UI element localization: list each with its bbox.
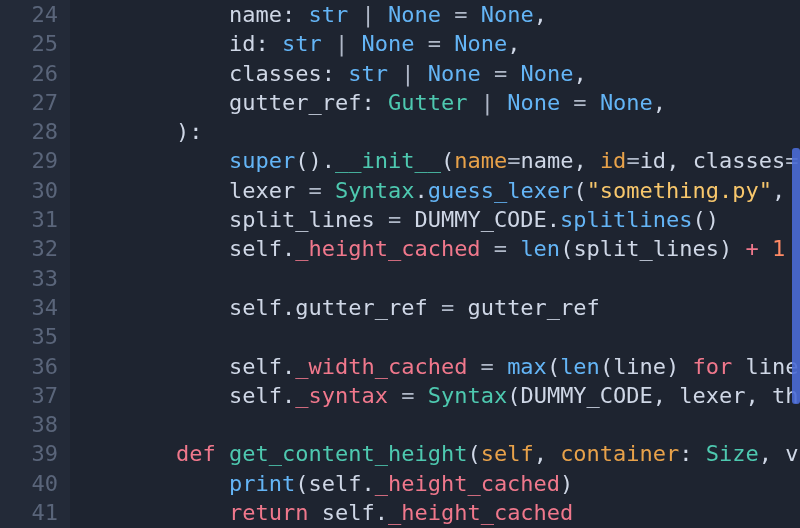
token: [759, 236, 772, 261]
code-line[interactable]: 37 self._syntax = Syntax(DUMMY_CODE, lex…: [0, 381, 800, 410]
code-line[interactable]: 31 split_lines = DUMMY_CODE.splitlines(): [0, 205, 800, 234]
token: |: [388, 61, 428, 86]
line-content[interactable]: name: str | None = None,: [70, 0, 800, 29]
line-content[interactable]: super().__init__(name=name, id=id, class…: [70, 146, 800, 175]
code-line[interactable]: 24 name: str | None = None,: [0, 0, 800, 29]
token: print: [229, 471, 295, 496]
token: self: [481, 441, 534, 466]
token: container: [560, 441, 679, 466]
token: "something.py": [587, 178, 772, 203]
line-content[interactable]: self._height_cached = len(split_lines) +…: [70, 234, 800, 263]
line-number: 28: [0, 117, 70, 146]
token: :: [255, 31, 282, 56]
token: .: [375, 500, 388, 525]
line-content[interactable]: self.gutter_ref = gutter_ref: [70, 293, 800, 322]
token: DUMMY_CODE: [414, 207, 546, 232]
token: _width_cached: [295, 354, 467, 379]
line-content[interactable]: gutter_ref: Gutter | None = None,: [70, 88, 800, 117]
code-line[interactable]: 34 self.gutter_ref = gutter_ref: [0, 293, 800, 322]
code-line[interactable]: 29 super().__init__(name=name, id=id, cl…: [0, 146, 800, 175]
code-line[interactable]: 41 return self._height_cached: [0, 498, 800, 527]
token: .: [282, 295, 295, 320]
token: None: [481, 2, 534, 27]
token: :: [679, 441, 706, 466]
line-content[interactable]: [70, 322, 800, 351]
token: max: [507, 354, 547, 379]
token: _syntax: [295, 383, 388, 408]
token: self: [229, 236, 282, 261]
token: ,: [653, 90, 666, 115]
scrollbar-thumb[interactable]: [792, 148, 800, 404]
line-content[interactable]: [70, 410, 800, 439]
token: =: [441, 2, 481, 27]
token: len: [520, 236, 560, 261]
token: gutter_ref: [229, 90, 361, 115]
token: +: [746, 236, 759, 261]
token: ): [560, 471, 573, 496]
token: (: [573, 178, 586, 203]
token: None: [600, 90, 653, 115]
line-number: 26: [0, 59, 70, 88]
code-line[interactable]: 40 print(self._height_cached): [0, 469, 800, 498]
token: id: [640, 148, 667, 173]
token: ,: [534, 2, 547, 27]
token: split_lines: [229, 207, 375, 232]
token: get_content_height: [229, 441, 467, 466]
line-content[interactable]: def get_content_height(self, container: …: [70, 439, 800, 468]
code-line[interactable]: 39 def get_content_height(self, containe…: [0, 439, 800, 468]
line-content[interactable]: classes: str | None = None,: [70, 59, 800, 88]
token: def: [176, 441, 216, 466]
code-line[interactable]: 36 self._width_cached = max(len(line) fo…: [0, 352, 800, 381]
token: ,: [573, 148, 600, 173]
code-line[interactable]: 30 lexer = Syntax.guess_lexer("something…: [0, 176, 800, 205]
token: ,: [534, 441, 561, 466]
line-content[interactable]: print(self._height_cached): [70, 469, 800, 498]
token: self: [229, 383, 282, 408]
token: None: [520, 61, 573, 86]
line-content[interactable]: id: str | None = None,: [70, 29, 800, 58]
line-content[interactable]: self._syntax = Syntax(DUMMY_CODE, lexer,…: [70, 381, 800, 410]
token: .: [361, 471, 374, 496]
token: lexer: [679, 383, 745, 408]
token: =: [481, 236, 521, 261]
token: gutter_ref: [467, 295, 599, 320]
code-line[interactable]: 35: [0, 322, 800, 351]
token: id: [600, 148, 627, 173]
line-number: 33: [0, 264, 70, 293]
code-line[interactable]: 33: [0, 264, 800, 293]
token: =: [560, 90, 600, 115]
token: =: [626, 148, 639, 173]
token: str: [348, 61, 388, 86]
line-number: 29: [0, 146, 70, 175]
line-content[interactable]: [70, 264, 800, 293]
line-number: 35: [0, 322, 70, 351]
line-content[interactable]: return self._height_cached: [70, 498, 800, 527]
token: (: [295, 471, 308, 496]
code-line[interactable]: 32 self._height_cached = len(split_lines…: [0, 234, 800, 263]
line-number: 38: [0, 410, 70, 439]
code-line[interactable]: 27 gutter_ref: Gutter | None = None,: [0, 88, 800, 117]
code-editor[interactable]: 24 name: str | None = None,25 id: str | …: [0, 0, 800, 528]
line-content[interactable]: self._width_cached = max(len(line) for l…: [70, 352, 800, 381]
token: Syntax: [335, 178, 414, 203]
token: |: [467, 90, 507, 115]
token: v: [785, 441, 798, 466]
token: .: [282, 236, 295, 261]
line-content[interactable]: split_lines = DUMMY_CODE.splitlines(): [70, 205, 800, 234]
code-area[interactable]: 24 name: str | None = None,25 id: str | …: [0, 0, 800, 527]
token: =: [507, 148, 520, 173]
token: :: [361, 90, 388, 115]
code-line[interactable]: 38: [0, 410, 800, 439]
line-content[interactable]: lexer = Syntax.guess_lexer("something.py…: [70, 176, 800, 205]
token: =: [375, 207, 415, 232]
token: len: [560, 354, 600, 379]
line-content[interactable]: ):: [70, 117, 800, 146]
token: None: [507, 90, 560, 115]
line-number: 24: [0, 0, 70, 29]
token: classes: [693, 148, 786, 173]
code-line[interactable]: 25 id: str | None = None,: [0, 29, 800, 58]
token: .: [282, 383, 295, 408]
token: =: [467, 354, 507, 379]
code-line[interactable]: 28 ):: [0, 117, 800, 146]
code-line[interactable]: 26 classes: str | None = None,: [0, 59, 800, 88]
